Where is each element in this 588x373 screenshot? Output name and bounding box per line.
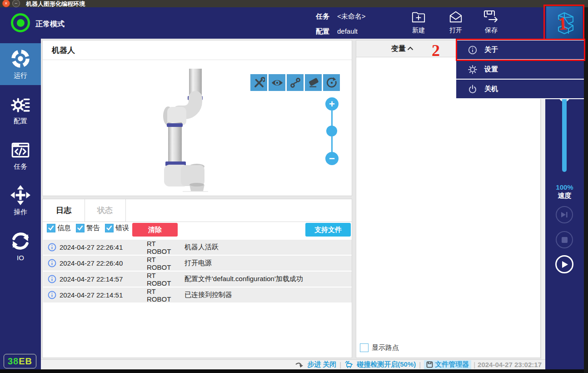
log-message: 机器人活跃 [184,243,219,252]
sidebar-item-label: 任务 [14,162,27,171]
badge-text-yellow: EB [19,356,32,367]
app-window: × − 机器人图形化编程环境 正常模式 任务 <未命名> 配置 default … [0,0,588,373]
checkbox-checked-icon [76,224,85,232]
variables-title: 变量 [391,44,406,54]
log-time: 2024-04-27 22:14:51 [60,291,132,299]
play-button[interactable] [555,255,573,273]
view-eraser-button[interactable] [305,74,322,91]
open-task-button[interactable]: 打开 [443,10,468,35]
code-window-icon [10,139,31,160]
new-icon [411,10,426,24]
clear-log-button[interactable]: 清除 [132,223,178,237]
window-edge-bottom [0,369,588,373]
annotation-box-about [456,39,585,61]
tools-icon [253,77,265,89]
speed-slider-track[interactable] [562,96,567,172]
support-files-button[interactable]: 支持文件 [305,223,351,237]
info-circle-icon [48,243,56,252]
zoom-out-button[interactable]: − [325,152,339,165]
separator: | [339,361,341,368]
step-forward-button[interactable] [556,206,573,223]
speed-value: 100% [545,183,584,191]
sidebar-item-config[interactable]: 配置 [0,89,41,131]
menu-item-label: 设置 [484,65,498,74]
show-waypoints-checkbox[interactable]: 显示路点 [360,343,399,352]
view-path-button[interactable] [287,74,304,91]
move-arrows-icon [10,185,31,206]
close-button[interactable]: × [2,0,10,7]
new-label: 新建 [412,26,425,35]
filter-warning-checkbox[interactable]: 警告 [76,224,100,232]
menu-item-settings[interactable]: 设置 [456,60,584,79]
open-label: 打开 [449,26,462,35]
sidebar-item-io[interactable]: IO [0,225,41,267]
minimize-button[interactable]: − [12,0,20,7]
log-row: 2024-04-27 22:14:57 RT ROBOT 配置文件'defaul… [43,272,352,287]
separator: | [473,361,475,368]
zoom-in-button[interactable]: + [325,97,339,111]
checkbox-unchecked-icon [360,343,369,352]
menu-item-label: 关机 [484,85,498,93]
zoom-slider-knob[interactable] [326,126,337,136]
tab-status-label: 状态 [97,205,113,216]
run-icon [10,48,31,69]
task-value: <未命名> [337,12,366,21]
annotation-number-2: 2 [432,41,440,60]
log-time: 2024-04-27 22:26:40 [60,259,132,267]
path-icon [289,77,301,89]
annotation-number-1: 1 [557,12,568,34]
collision-status[interactable]: 碰撞检测开启(50%) [357,360,416,369]
robot-panel-header: 机器人 [43,40,352,60]
io-cycle-icon [10,231,31,252]
rotate-icon [326,77,338,89]
filter-error-label: 错误 [115,224,129,232]
log-message: 已连接到控制器 [184,291,232,299]
view-rotate-button[interactable] [323,74,340,91]
log-row: 2024-04-27 22:26:40 RT ROBOT 打开电源 [43,256,352,271]
clear-log-label: 清除 [148,226,162,234]
log-panel: 日志 状态 信息 警告 错误 清除 [42,199,352,358]
log-source: RT ROBOT [147,272,181,287]
log-message: 打开电源 [184,259,212,267]
tab-status[interactable]: 状态 [85,199,126,222]
file-manager-label: 文件管理器 [435,360,469,369]
log-time: 2024-04-27 22:14:57 [60,275,132,283]
filter-info-checkbox[interactable]: 信息 [47,224,71,232]
save-task-button[interactable]: 保存 [478,10,504,35]
new-task-button[interactable]: 新建 [406,10,431,35]
sidebar-item-run[interactable]: 运行 [0,43,41,85]
sidebar-item-task[interactable]: 任务 [0,134,41,176]
collapse-chevron-icon [407,46,414,50]
sidebar-item-label: 运行 [14,71,27,80]
robot-3d-view [162,69,209,192]
log-source: RT ROBOT [147,240,181,255]
sidebar-item-operate[interactable]: 操作 [0,180,41,222]
stop-button[interactable] [556,231,573,248]
code-badge[interactable]: 38EB [4,354,36,368]
log-source: RT ROBOT [147,256,181,271]
save-icon [483,10,499,24]
filter-info-label: 信息 [57,224,71,232]
app-header: 正常模式 任务 <未命名> 配置 default 新建 打开 [0,7,588,39]
config-value: default [337,27,358,35]
file-manager-icon [426,361,433,368]
view-visibility-button[interactable] [269,74,285,91]
info-circle-icon [48,275,56,283]
sidebar-item-label: 操作 [14,208,27,217]
menu-item-shutdown[interactable]: 关机 [456,80,584,98]
tab-log[interactable]: 日志 [43,199,85,222]
log-row: 2024-04-27 22:14:51 RT ROBOT 已连接到控制器 [43,287,352,302]
checkbox-checked-icon [105,224,114,232]
speed-label: 速度 [545,192,584,200]
sidebar-item-label: 配置 [14,117,27,126]
tab-log-label: 日志 [56,205,71,216]
file-manager-button[interactable]: 文件管理器 [424,360,471,369]
config-label: 配置 [316,27,329,36]
log-message: 配置文件'default.configuration'加载成功 [184,275,303,283]
step-mode-status[interactable]: 步进 关闭 [307,360,336,369]
filter-error-checkbox[interactable]: 错误 [105,224,129,232]
view-tools-button[interactable] [250,74,267,91]
settings-gear-icon [468,65,477,74]
titlebar: × − 机器人图形化编程环境 [0,0,588,7]
window-edge-right [584,7,588,373]
